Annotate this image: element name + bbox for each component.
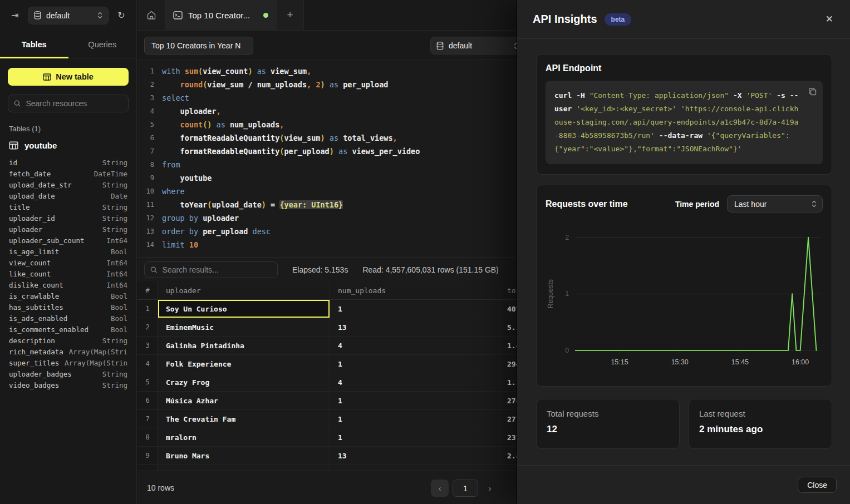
status-dot: [263, 13, 268, 18]
svg-text:15:15: 15:15: [611, 358, 628, 366]
last-request-label: Last request: [699, 409, 822, 418]
database-selector-value: default: [46, 11, 92, 20]
resources-search[interactable]: [8, 95, 129, 112]
api-endpoint-heading: API Endpoint: [546, 63, 823, 73]
last-request-card: Last request 2 minutes ago: [689, 399, 832, 449]
database-selector[interactable]: default: [28, 7, 109, 24]
new-tab-button[interactable]: +: [277, 0, 304, 30]
toolbar-database-value: default: [449, 41, 509, 50]
column-row[interactable]: titleString: [8, 201, 129, 213]
column-row[interactable]: uploader_idString: [8, 213, 129, 224]
column-list: idStringfetch_dateDateTimeupload_date_st…: [8, 157, 129, 391]
column-row[interactable]: is_ads_enabledBool: [8, 313, 129, 324]
new-table-button[interactable]: New table: [8, 68, 129, 86]
search-icon: [14, 100, 21, 107]
table-name: youtube: [24, 141, 57, 150]
tables-section-label: Tables (1): [9, 125, 127, 133]
sidebar: ⇥ default ↻ Tables Queries New table Tab…: [0, 0, 137, 504]
row-count: 10 rows: [147, 483, 174, 492]
total-requests-value: 12: [547, 424, 669, 435]
collapse-sidebar-icon[interactable]: ⇥: [8, 8, 22, 23]
svg-text:15:45: 15:45: [731, 358, 749, 366]
panel-footer: Close: [517, 465, 850, 504]
api-endpoint-card: API Endpoint curl -H "Content-Type: appl…: [536, 54, 832, 175]
table-item-youtube[interactable]: youtube: [8, 139, 129, 152]
column-row[interactable]: is_comments_enabledBool: [8, 324, 129, 335]
query-tab[interactable]: Top 10 Creator...: [165, 0, 277, 30]
header-num-uploads[interactable]: num_uploads: [330, 281, 499, 299]
sidebar-body: New table Tables (1) youtube idStringfet…: [0, 58, 136, 391]
close-icon[interactable]: ✕: [826, 13, 833, 25]
results-search-input[interactable]: [163, 265, 272, 274]
svg-text:1: 1: [565, 290, 569, 298]
time-period-label: Time period: [675, 200, 719, 209]
query-title-input[interactable]: Top 10 Creators in Year N: [144, 37, 253, 55]
time-period-select[interactable]: Last hour: [727, 195, 823, 213]
elapsed-stat: Elapsed: 5.153s: [292, 265, 348, 274]
stats-row: Total requests 12 Last request 2 minutes…: [536, 399, 832, 449]
column-row[interactable]: view_countInt64: [8, 257, 129, 268]
total-requests-card: Total requests 12: [536, 399, 680, 449]
total-requests-label: Total requests: [547, 409, 669, 418]
current-page[interactable]: 1: [453, 480, 478, 497]
column-row[interactable]: like_countInt64: [8, 268, 129, 279]
column-row[interactable]: fetch_dateDateTime: [8, 168, 129, 179]
last-request-value: 2 minutes ago: [699, 424, 822, 435]
tab-title: Top 10 Creator...: [188, 11, 258, 20]
time-period-value: Last hour: [734, 200, 812, 209]
terminal-tab-icon: [173, 11, 183, 19]
sidebar-header: ⇥ default ↻: [0, 0, 136, 31]
column-row[interactable]: descriptionString: [8, 335, 129, 346]
panel-title: API Insights: [533, 13, 597, 26]
column-row[interactable]: super_titlesArray(Map(Strin: [8, 357, 129, 368]
svg-text:16:00: 16:00: [792, 358, 809, 366]
refresh-icon[interactable]: ↻: [114, 8, 129, 23]
column-row[interactable]: upload_date_strString: [8, 179, 129, 190]
requests-chart-wrap: 01215:1515:3015:4516:00Requests: [546, 223, 823, 377]
column-row[interactable]: idString: [8, 157, 129, 168]
app-root: ⇥ default ↻ Tables Queries New table Tab…: [0, 0, 850, 504]
endpoint-code-text: curl -H "Content-Type: application/json"…: [554, 89, 800, 156]
column-row[interactable]: uploader_sub_countInt64: [8, 235, 129, 246]
tab-tables[interactable]: Tables: [0, 31, 68, 58]
tab-queries[interactable]: Queries: [68, 31, 137, 58]
header-uploader[interactable]: uploader: [158, 281, 330, 299]
column-row[interactable]: uploader_badgesString: [8, 368, 129, 379]
requests-card-header: Requests over time Time period Last hour: [546, 195, 823, 213]
database-icon: [34, 11, 41, 19]
read-stat: Read: 4,557,605,031 rows (151.15 GB): [362, 265, 498, 274]
beta-badge: beta: [605, 13, 632, 26]
column-row[interactable]: is_crawlableBool: [8, 290, 129, 302]
panel-body: API Endpoint curl -H "Content-Type: appl…: [517, 39, 850, 456]
svg-text:15:30: 15:30: [671, 358, 689, 366]
chevron-updown-icon: [97, 12, 102, 19]
requests-heading: Requests over time: [546, 199, 628, 209]
column-row[interactable]: uploaderString: [8, 224, 129, 235]
svg-text:Requests: Requests: [547, 279, 554, 309]
toolbar-database-selector[interactable]: default: [430, 37, 525, 55]
header-row-number: #: [137, 281, 158, 299]
home-icon: [146, 10, 156, 20]
panel-header: API Insights beta ✕: [517, 0, 850, 39]
close-button[interactable]: Close: [798, 477, 837, 493]
results-search[interactable]: [144, 261, 278, 278]
prev-page-button[interactable]: ‹: [431, 480, 449, 497]
column-row[interactable]: is_age_limitBool: [8, 246, 129, 257]
next-page-button[interactable]: ›: [482, 480, 498, 497]
curl-code-block: curl -H "Content-Type: application/json"…: [546, 81, 823, 164]
table-icon: [9, 141, 18, 150]
copy-icon[interactable]: [808, 87, 817, 96]
column-row[interactable]: has_subtitlesBool: [8, 302, 129, 313]
column-row[interactable]: upload_dateDate: [8, 190, 129, 201]
column-row[interactable]: dislike_countInt64: [8, 279, 129, 290]
requests-chart: 01215:1515:3015:4516:00Requests: [546, 223, 823, 377]
pagination: ‹ 1 ›: [431, 480, 498, 497]
column-row[interactable]: video_badgesString: [8, 379, 129, 391]
resources-search-input[interactable]: [26, 99, 122, 108]
chevron-updown-icon: [812, 200, 817, 207]
database-icon: [436, 42, 444, 50]
home-button[interactable]: [137, 0, 165, 30]
table-icon: [43, 73, 51, 81]
column-row[interactable]: rich_metadataArray(Map(Stri: [8, 346, 129, 357]
requests-card: Requests over time Time period Last hour…: [536, 185, 832, 387]
